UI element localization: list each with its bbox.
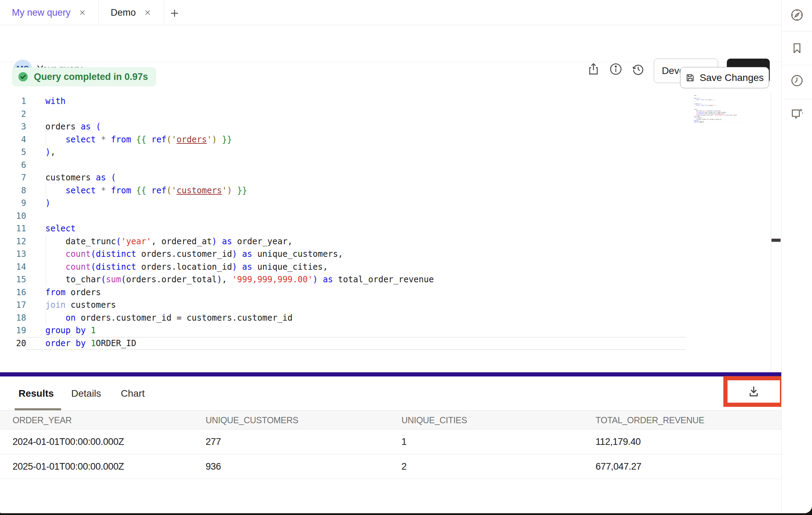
- code-line-6[interactable]: [26, 159, 686, 172]
- code-line-12[interactable]: date_trunc('year', ordered_at) as order_…: [26, 235, 686, 248]
- clock-icon[interactable]: [790, 74, 804, 88]
- sql-editor[interactable]: 1234567891011121314151617181920 withorde…: [0, 95, 771, 360]
- query-header: MS Your query Develop Ru: [0, 25, 781, 62]
- close-icon[interactable]: [143, 8, 152, 17]
- line-number: 4: [0, 133, 26, 146]
- right-sidebar: [781, 0, 812, 513]
- editor-minimap[interactable]: withorders as ( select * from {{ ref('or…: [694, 95, 747, 134]
- code-line-3[interactable]: orders as (: [26, 120, 686, 133]
- line-number: 10: [0, 210, 26, 223]
- bookmark-icon[interactable]: [790, 41, 804, 55]
- table-row: 2024-01-01T00:00:00.000Z2771112,179.40: [0, 430, 781, 454]
- share-icon[interactable]: [586, 62, 600, 76]
- results-table-header: ORDER_YEARUNIQUE_CUSTOMERSUNIQUE_CITIEST…: [0, 410, 781, 430]
- code-line-9[interactable]: ): [26, 197, 686, 210]
- status-badge: Query completed in 0.97s: [12, 67, 156, 86]
- new-tab-button[interactable]: [167, 6, 182, 21]
- status-text: Query completed in 0.97s: [34, 72, 148, 82]
- tab-bar: My new query Demo: [0, 0, 781, 25]
- code-line-13[interactable]: count(distinct orders.customer_id) as un…: [26, 248, 686, 261]
- code-line-10[interactable]: [26, 210, 686, 223]
- table-cell: 677,047.27: [596, 461, 641, 472]
- tab-details[interactable]: Details: [71, 376, 101, 410]
- compass-icon[interactable]: [790, 8, 804, 22]
- line-number: 19: [0, 324, 26, 337]
- line-number: 9: [0, 197, 26, 210]
- code-line-8[interactable]: select * from {{ ref('customers') }}: [26, 184, 686, 197]
- code-line-16[interactable]: from orders: [26, 286, 686, 299]
- line-number: 2: [0, 108, 26, 121]
- save-changes-button[interactable]: Save Changes: [680, 67, 769, 88]
- code-line-4[interactable]: select * from {{ ref('orders') }}: [26, 133, 686, 146]
- code-line-5[interactable]: ),: [26, 146, 686, 159]
- table-cell: 2024-01-01T00:00:00.000Z: [13, 436, 124, 447]
- save-icon: [685, 73, 695, 83]
- query-tab-my-new-query[interactable]: My new query: [0, 0, 99, 25]
- code-line-19[interactable]: group by 1: [26, 324, 686, 337]
- code-line-2[interactable]: [26, 108, 686, 121]
- table-cell: 112,179.40: [596, 436, 641, 447]
- code-line-17[interactable]: join customers: [26, 299, 686, 312]
- app-window: My new query Demo MS Your query: [0, 0, 812, 513]
- column-header: UNIQUE_CITIES: [401, 415, 467, 425]
- table-cell: 1: [401, 436, 407, 447]
- tab-label: Demo: [111, 7, 136, 18]
- line-number: 13: [0, 248, 26, 261]
- line-number: 16: [0, 286, 26, 299]
- info-icon[interactable]: [609, 62, 623, 76]
- code-line-14[interactable]: count(distinct orders.location_id) as un…: [26, 261, 686, 274]
- line-number: 17: [0, 299, 26, 312]
- line-number: 3: [0, 120, 26, 133]
- column-header: ORDER_YEAR: [13, 415, 72, 425]
- panel-resize-divider[interactable]: [0, 372, 781, 376]
- line-number: 5: [0, 146, 26, 159]
- editor-scrollbar-track[interactable]: [771, 94, 781, 372]
- annotation-highlight-box: [723, 376, 784, 407]
- code-line-18[interactable]: on orders.customer_id = customers.custom…: [26, 312, 686, 324]
- tab-chart[interactable]: Chart: [121, 376, 145, 410]
- save-label: Save Changes: [700, 72, 764, 83]
- code-line-7[interactable]: customers as (: [26, 171, 686, 184]
- code-line-1[interactable]: with: [26, 95, 686, 108]
- table-cell: 277: [206, 436, 221, 447]
- download-results-button[interactable]: [743, 381, 764, 402]
- column-header: TOTAL_ORDER_REVENUE: [596, 415, 704, 425]
- code-line-15[interactable]: to_char(sum(orders.order_total), '999,99…: [26, 273, 686, 286]
- code-line-20[interactable]: order by 1ORDER_ID: [26, 337, 686, 350]
- line-number: 11: [0, 222, 26, 235]
- tab-results[interactable]: Results: [19, 376, 54, 410]
- plus-icon: [169, 8, 180, 19]
- chat-sparkles-icon[interactable]: [790, 107, 804, 121]
- history-icon[interactable]: [631, 62, 645, 76]
- table-cell: 2025-01-01T00:00:00.000Z: [13, 461, 124, 472]
- line-number: 18: [0, 312, 26, 324]
- tab-label: My new query: [12, 7, 71, 18]
- table-cell: 2: [401, 461, 407, 472]
- line-number: 20: [0, 337, 26, 350]
- line-number: 1: [0, 95, 26, 108]
- line-number: 12: [0, 235, 26, 248]
- table-row: 2025-01-01T00:00:00.000Z9362677,047.27: [0, 454, 781, 479]
- table-cell: 936: [206, 461, 221, 472]
- code-area[interactable]: withorders as ( select * from {{ ref('or…: [26, 95, 686, 350]
- close-icon[interactable]: [78, 8, 87, 17]
- line-number: 7: [0, 171, 26, 184]
- editor-scrollbar-thumb[interactable]: [772, 239, 781, 242]
- results-tab-bar: Results Details Chart: [0, 376, 781, 410]
- query-tab-demo[interactable]: Demo: [99, 0, 164, 25]
- column-header: UNIQUE_CUSTOMERS: [206, 415, 298, 425]
- code-line-11[interactable]: select: [26, 222, 686, 235]
- line-number: 15: [0, 273, 26, 286]
- line-number-gutter: 1234567891011121314151617181920: [0, 95, 26, 350]
- download-icon: [747, 385, 761, 398]
- line-number: 8: [0, 184, 26, 197]
- line-number: 14: [0, 261, 26, 274]
- line-number: 6: [0, 159, 26, 172]
- check-icon: [17, 71, 29, 82]
